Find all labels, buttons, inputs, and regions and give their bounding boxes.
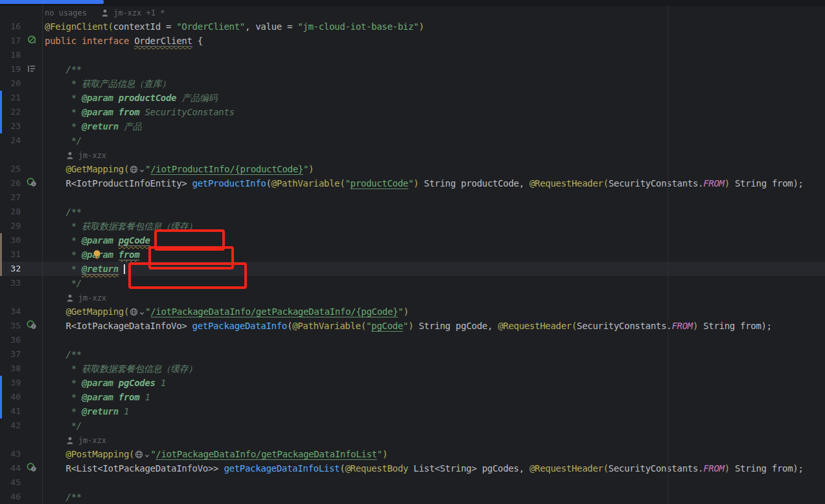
- line-number[interactable]: 17: [0, 34, 21, 48]
- lightbulb-icon[interactable]: [93, 249, 101, 264]
- line-number[interactable]: 37: [0, 347, 21, 361]
- line-number[interactable]: 27: [0, 190, 21, 205]
- code-text[interactable]: * 获取数据套餐包信息（缓存）: [42, 361, 825, 376]
- code-text[interactable]: /**: [42, 347, 825, 361]
- line-number[interactable]: 29: [0, 219, 21, 233]
- code-line[interactable]: 25 @GetMapping("/iotProductInfo/{product…: [0, 162, 825, 176]
- code-line[interactable]: 18: [0, 48, 825, 62]
- line-number[interactable]: 22: [0, 105, 21, 119]
- code-text[interactable]: jm-xzx: [42, 148, 825, 162]
- line-number[interactable]: 34: [0, 304, 21, 319]
- code-text[interactable]: * @return 产品: [42, 119, 825, 133]
- line-number[interactable]: 28: [0, 205, 21, 219]
- change-marker[interactable]: [0, 119, 2, 133]
- gutter-icon-slot[interactable]: [21, 319, 42, 333]
- line-number[interactable]: 24: [0, 133, 21, 148]
- code-text[interactable]: R<IotPackageDataInfoVo> getPackageDataIn…: [42, 319, 825, 333]
- line-number[interactable]: 19: [0, 62, 21, 76]
- code-text[interactable]: * @return 1: [42, 404, 825, 418]
- code-text[interactable]: jm-xzx: [42, 290, 825, 304]
- code-line[interactable]: 23 * @return 产品: [0, 119, 825, 133]
- vcs-author-inlay-row[interactable]: jm-xzx: [0, 433, 825, 447]
- code-text[interactable]: [42, 190, 825, 205]
- change-marker[interactable]: [0, 404, 2, 418]
- code-line[interactable]: 39 * @param pgCodes 1: [0, 376, 825, 390]
- gutter-icon-slot[interactable]: [21, 62, 42, 76]
- code-text[interactable]: * 获取产品信息（查库）: [42, 76, 825, 91]
- line-number[interactable]: 20: [0, 76, 21, 91]
- code-line[interactable]: 41 * @return 1: [0, 404, 825, 418]
- line-number[interactable]: 44: [0, 461, 21, 475]
- line-number[interactable]: 42: [0, 418, 21, 433]
- code-line[interactable]: 28 /**: [0, 205, 825, 219]
- line-number[interactable]: [0, 5, 21, 19]
- code-text[interactable]: @FeignClient(contextId = "OrderClient", …: [42, 19, 825, 34]
- line-number[interactable]: 16: [0, 19, 21, 34]
- chevron-down-icon[interactable]: [145, 448, 150, 463]
- change-marker[interactable]: [0, 233, 2, 247]
- code-line[interactable]: 22 * @param from SecurityConstants: [0, 105, 825, 119]
- gutter-icon-slot[interactable]: [21, 34, 42, 48]
- code-line[interactable]: 29 * 获取数据套餐包信息（缓存）: [0, 219, 825, 233]
- vcs-author-inlay-row[interactable]: jm-xzx: [0, 148, 825, 162]
- line-number[interactable]: 38: [0, 361, 21, 376]
- code-text[interactable]: [42, 475, 825, 490]
- line-number[interactable]: 23: [0, 119, 21, 133]
- code-line[interactable]: 40 * @param from 1: [0, 390, 825, 404]
- code-text[interactable]: public interface OrderClient {: [42, 34, 825, 48]
- line-number[interactable]: 41: [0, 404, 21, 418]
- person-icon[interactable]: [67, 149, 73, 163]
- code-line[interactable]: 30 * @param pgCode: [0, 233, 825, 247]
- code-line[interactable]: 43 @PostMapping("/iotPackageDataInfo/get…: [0, 447, 825, 461]
- line-number[interactable]: 25: [0, 162, 21, 176]
- code-text[interactable]: [42, 333, 825, 347]
- code-text[interactable]: * @param productCode 产品编码: [42, 91, 825, 105]
- code-text[interactable]: [42, 48, 825, 62]
- person-icon[interactable]: [67, 434, 73, 448]
- vcs-author-inlay-row[interactable]: jm-xzx: [0, 290, 825, 304]
- code-text[interactable]: /**: [42, 490, 825, 504]
- code-line[interactable]: 37 /**: [0, 347, 825, 361]
- code-text[interactable]: */: [42, 418, 825, 433]
- change-marker[interactable]: [0, 247, 2, 262]
- code-line[interactable]: 27: [0, 190, 825, 205]
- line-number[interactable]: [0, 290, 21, 304]
- change-marker[interactable]: [0, 262, 2, 276]
- globe-icon[interactable]: [130, 306, 138, 320]
- code-text[interactable]: * @param from 1: [42, 390, 825, 404]
- code-line[interactable]: 36: [0, 333, 825, 347]
- globe-icon[interactable]: [130, 163, 138, 178]
- code-line[interactable]: 17public interface OrderClient {: [0, 34, 825, 48]
- line-number[interactable]: 33: [0, 276, 21, 290]
- change-marker[interactable]: [0, 105, 2, 119]
- code-line[interactable]: 24 */: [0, 133, 825, 148]
- code-line[interactable]: 21 * @param productCode 产品编码: [0, 91, 825, 105]
- request-mapping-icon[interactable]: [27, 176, 36, 190]
- change-marker[interactable]: [0, 376, 2, 390]
- line-number[interactable]: 18: [0, 48, 21, 62]
- chevron-down-icon[interactable]: [139, 163, 145, 178]
- line-number[interactable]: 26: [0, 176, 21, 190]
- code-line[interactable]: 34 @GetMapping("/iotPackageDataInfo/getP…: [0, 304, 825, 319]
- chevron-down-icon[interactable]: [139, 306, 145, 320]
- gutter-icon-slot[interactable]: [21, 461, 42, 475]
- globe-icon[interactable]: [135, 448, 143, 463]
- line-number[interactable]: 40: [0, 390, 21, 404]
- code-line[interactable]: 33 */: [0, 276, 825, 290]
- code-text[interactable]: /**: [42, 62, 825, 76]
- code-editor[interactable]: no usages jm-xzx +1 *16@FeignClient(cont…: [0, 5, 825, 504]
- code-line[interactable]: 26 R<IotProductInfoEntity> getProductInf…: [0, 176, 825, 190]
- code-line[interactable]: 46 /**: [0, 490, 825, 504]
- line-number[interactable]: 31: [0, 247, 21, 262]
- code-text[interactable]: @PostMapping("/iotPackageDataInfo/getPac…: [42, 447, 825, 461]
- line-number[interactable]: 45: [0, 475, 21, 490]
- code-text[interactable]: /**: [42, 205, 825, 219]
- code-line[interactable]: 19 /**: [0, 62, 825, 76]
- code-line[interactable]: 32 * @return: [0, 262, 825, 276]
- code-line[interactable]: 42 */: [0, 418, 825, 433]
- line-number[interactable]: 39: [0, 376, 21, 390]
- line-number[interactable]: 21: [0, 91, 21, 105]
- code-line[interactable]: 38 * 获取数据套餐包信息（缓存）: [0, 361, 825, 376]
- code-line[interactable]: 16@FeignClient(contextId = "OrderClient"…: [0, 19, 825, 34]
- code-line[interactable]: 20 * 获取产品信息（查库）: [0, 76, 825, 91]
